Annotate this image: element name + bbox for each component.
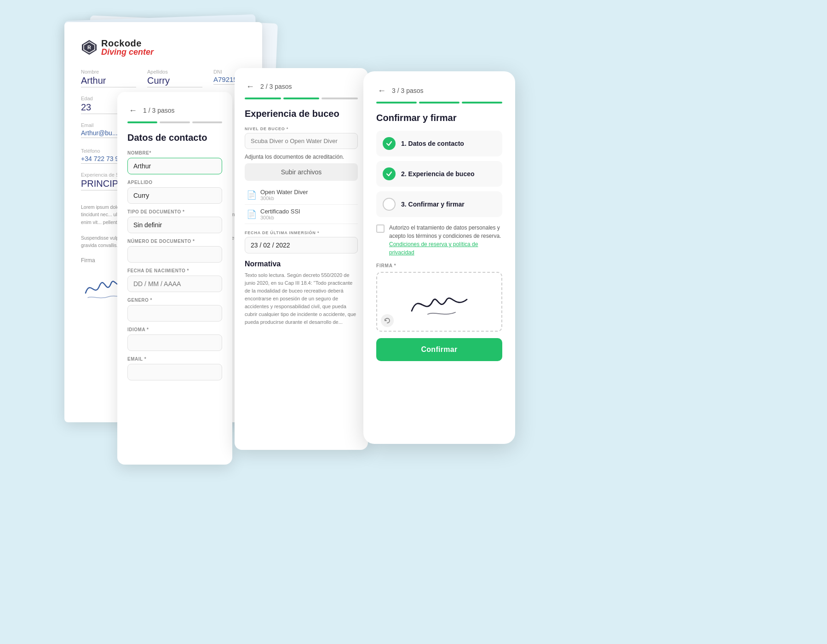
step3-signature-svg xyxy=(402,281,476,322)
step2-progress xyxy=(245,98,358,99)
step3-progress xyxy=(376,102,502,104)
step3-progress-bar-2 xyxy=(419,102,459,104)
step1-genero-label: GENERO * xyxy=(127,298,222,303)
step1-tipodoc-label: TIPO DE DOCUMENTO * xyxy=(127,209,222,214)
step2-adjunta-text: Adjunta los documentos de acreditación. xyxy=(245,154,358,160)
logo-diving: Diving center xyxy=(101,48,154,56)
check-icon-2 xyxy=(385,170,393,178)
progress-bar-2 xyxy=(160,121,190,123)
step2-progress-bar-3 xyxy=(322,98,358,99)
step1-back-button[interactable]: ← xyxy=(127,105,138,116)
refresh-icon xyxy=(384,317,391,324)
step3-check-label-2: 2. Experiencia de buceo xyxy=(401,170,475,178)
rockode-icon: R xyxy=(81,39,98,56)
step1-nav-label: 1 / 3 pasos xyxy=(143,107,175,114)
file-icon-2: 📄 xyxy=(247,209,257,219)
file-name-1: Open Water Diver xyxy=(260,189,356,196)
step1-progress xyxy=(127,121,222,123)
step3-check-circle-2 xyxy=(383,167,396,180)
step3-autorizo-row: Autorizo el tratamiento de datos persona… xyxy=(376,224,502,257)
step1-idioma-input[interactable] xyxy=(127,334,222,351)
step2-nivel-input[interactable] xyxy=(245,133,358,149)
step2-normativa-text: Texto solo lectura. Según decreto 550/20… xyxy=(245,271,358,326)
doc-nombre-value: Arthur xyxy=(81,75,136,87)
step2-fecha-label: FECHA DE ÚLTIMA INMERSIÓN * xyxy=(245,230,358,235)
step1-fechanac-input[interactable] xyxy=(127,276,222,292)
step1-apellido-label: APELLIDO xyxy=(127,180,222,185)
step2-file-item-1: 📄 Open Water Diver 300kb xyxy=(245,185,358,205)
step3-autorizo-checkbox[interactable] xyxy=(376,224,385,233)
step3-confirmar-button[interactable]: Confirmar xyxy=(376,338,502,361)
step3-check-label-1: 1. Datos de contacto xyxy=(401,140,464,147)
step2-nivel-label: NIVEL DE BUCEO * xyxy=(245,126,358,131)
step2-nav-label: 2 / 3 pasos xyxy=(260,83,292,90)
step2-fecha-input[interactable] xyxy=(245,237,358,253)
step3-autorizo-text: Autorizo el tratamiento de datos persona… xyxy=(389,224,502,257)
step3-firma-box[interactable] xyxy=(376,272,502,332)
doc-apellidos-value: Curry xyxy=(147,75,202,87)
step3-check-circle-1 xyxy=(383,137,396,150)
step2-card: ← 2 / 3 pasos Experiencia de buceo NIVEL… xyxy=(235,68,368,450)
step1-numdoc-label: NÚMERO DE DOCUMENTO * xyxy=(127,239,222,244)
file-size-1: 300kb xyxy=(260,196,356,201)
step1-nav: ← 1 / 3 pasos xyxy=(127,105,222,116)
step3-back-button[interactable]: ← xyxy=(376,85,387,96)
doc-apellidos-label: Apellidos xyxy=(147,69,202,75)
step2-nav: ← 2 / 3 pasos xyxy=(245,81,358,92)
step3-progress-bar-3 xyxy=(462,102,502,104)
progress-bar-3 xyxy=(192,121,222,123)
step3-card: ← 3 / 3 pasos Confirmar y firmar 1. Dato… xyxy=(363,71,515,444)
step3-autorizo-link[interactable]: Condiciones de reserva y política de pri… xyxy=(389,241,478,256)
progress-bar-1 xyxy=(127,121,157,123)
doc-logo: R Rockode Diving center xyxy=(81,39,246,56)
step2-normativa-title: Normativa xyxy=(245,260,358,268)
step3-check-item-2: 2. Experiencia de buceo xyxy=(376,161,502,187)
step1-nombre-input[interactable] xyxy=(127,158,222,174)
step1-fechanac-label: FECHA DE NACIMIENTO * xyxy=(127,268,222,273)
step3-title: Confirmar y firmar xyxy=(376,113,502,123)
step3-firma-label: FIRMA * xyxy=(376,263,502,268)
doc-nombre-label: Nombre xyxy=(81,69,136,75)
file-size-2: 300kb xyxy=(260,215,356,220)
step1-title: Datos de contacto xyxy=(127,132,222,143)
step3-check-item-1: 1. Datos de contacto xyxy=(376,131,502,156)
step1-email-label: EMAIL * xyxy=(127,356,222,362)
step3-progress-bar-1 xyxy=(376,102,417,104)
step1-numdoc-input[interactable] xyxy=(127,246,222,263)
step3-check-item-3: 3. Confirmar y firmar xyxy=(376,191,502,217)
step2-progress-bar-2 xyxy=(283,98,320,99)
check-icon-1 xyxy=(385,140,393,147)
logo-rockode: Rockode xyxy=(101,39,154,48)
step2-back-button[interactable]: ← xyxy=(245,81,256,92)
step1-apellido-input[interactable] xyxy=(127,187,222,204)
step1-idioma-label: IDIOMA * xyxy=(127,327,222,332)
step2-title: Experiencia de buceo xyxy=(245,109,358,119)
step1-card: ← 1 / 3 pasos Datos de contacto NOMBRE* … xyxy=(117,92,232,465)
file-icon-1: 📄 xyxy=(247,190,257,200)
svg-text:R: R xyxy=(87,45,91,50)
step2-progress-bar-1 xyxy=(245,98,281,99)
step3-nav-label: 3 / 3 pasos xyxy=(392,87,424,94)
step1-nombre-label: NOMBRE* xyxy=(127,150,222,155)
file-name-2: Certificado SSI xyxy=(260,208,356,215)
step3-firma-refresh-button[interactable] xyxy=(381,314,394,327)
step3-check-label-3: 3. Confirmar y firmar xyxy=(401,201,465,208)
step2-upload-button[interactable]: Subir archivos xyxy=(245,163,358,181)
step1-tipodoc-input[interactable] xyxy=(127,217,222,233)
step3-nav: ← 3 / 3 pasos xyxy=(376,85,502,96)
step3-check-circle-3 xyxy=(383,198,396,211)
step1-email-input[interactable] xyxy=(127,364,222,380)
step1-genero-input[interactable] xyxy=(127,305,222,322)
step2-file-item-2: 📄 Certificado SSI 300kb xyxy=(245,205,358,224)
